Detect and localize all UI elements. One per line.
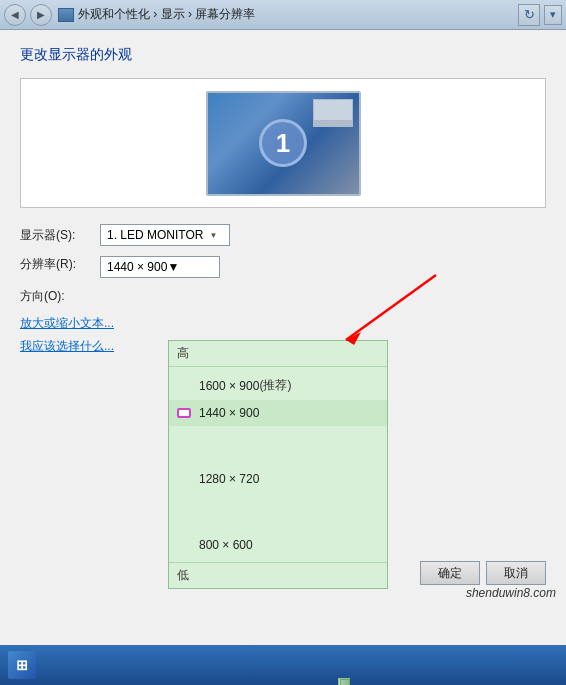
resolution-option-1440-label: 1440 × 900	[199, 406, 259, 420]
resolution-option-1600-label: 1600 × 900	[199, 379, 259, 393]
back-button[interactable]: ◀	[4, 4, 26, 26]
refresh-button[interactable]: ↻	[518, 4, 540, 26]
resolution-value: 1440 × 900	[107, 260, 167, 274]
enlarge-text-link[interactable]: 放大或缩小文本...	[20, 315, 546, 332]
start-button[interactable]: ⊞	[8, 651, 36, 679]
orientation-label: 方向(O):	[20, 288, 100, 305]
recommended-badge: (推荐)	[259, 377, 291, 394]
monitor-small-stand	[314, 121, 352, 126]
resolution-option-1280[interactable]: 1280 × 720	[169, 466, 387, 492]
title-bar: ◀ ▶ 外观和个性化 › 显示 › 屏幕分辨率 ↻ ▾	[0, 0, 566, 30]
monitor-number: 1	[259, 119, 307, 167]
display-label: 显示器(S):	[20, 227, 100, 244]
dropdown-items: 1600 × 900 (推荐) 1440 × 900 1280 × 720 80…	[169, 367, 387, 562]
red-arrow	[326, 270, 446, 353]
display-dropdown[interactable]: 1. LED MONITOR ▼	[100, 224, 230, 246]
dropdown-scrollbar-thumb[interactable]	[340, 679, 350, 685]
resolution-option-800[interactable]: 800 × 600	[169, 532, 387, 558]
ok-button[interactable]: 确定	[420, 561, 480, 585]
dropdown-scrollbar[interactable]	[338, 678, 350, 685]
display-value: 1. LED MONITOR	[107, 228, 203, 242]
nav-buttons: ◀ ▶	[4, 4, 52, 26]
resolution-dropdown[interactable]: 1440 × 900 ▼	[100, 256, 220, 278]
dropdown-spacer-1	[169, 426, 387, 466]
main-content: 更改显示器的外观 1 显示器(S): 1. LED MONITOR ▼ 分辨率(…	[0, 30, 566, 645]
resolution-option-1600[interactable]: 1600 × 900 (推荐)	[169, 371, 387, 400]
monitor-small-icon	[313, 99, 353, 127]
orientation-row: 方向(O):	[20, 288, 546, 305]
display-dropdown-arrow: ▼	[209, 231, 217, 240]
address-bar: ↻ ▾	[518, 4, 562, 26]
menu-button[interactable]: ▾	[544, 5, 562, 25]
monitor-small-screen	[314, 100, 352, 121]
breadcrumb-icon	[58, 8, 74, 22]
monitor-preview-area: 1	[20, 78, 546, 208]
taskbar: ⊞	[0, 645, 566, 685]
page-title: 更改显示器的外观	[20, 46, 546, 64]
resolution-option-1440[interactable]: 1440 × 900	[169, 400, 387, 426]
start-icon: ⊞	[16, 657, 28, 673]
dropdown-footer: 低	[169, 562, 387, 588]
selected-check-icon	[177, 408, 191, 418]
monitor-preview: 1	[203, 88, 363, 198]
svg-line-0	[346, 275, 436, 340]
dialog-buttons: 确定 取消	[420, 561, 546, 585]
resolution-dropdown-arrow: ▼	[167, 260, 179, 274]
resolution-label: 分辨率(R):	[20, 256, 100, 273]
resolution-option-800-label: 800 × 600	[199, 538, 253, 552]
dropdown-list: 高 1600 × 900 (推荐) 1440 × 900 1280 × 720 …	[168, 340, 388, 589]
forward-button[interactable]: ▶	[30, 4, 52, 26]
resolution-option-1280-label: 1280 × 720	[199, 472, 259, 486]
breadcrumb-text: 外观和个性化 › 显示 › 屏幕分辨率	[78, 6, 255, 23]
resolution-dropdown-menu: 高 1600 × 900 (推荐) 1440 × 900 1280 × 720 …	[168, 340, 388, 589]
resolution-row: 分辨率(R): 1440 × 900 ▼	[20, 256, 546, 278]
display-row: 显示器(S): 1. LED MONITOR ▼	[20, 224, 546, 246]
monitor-image: 1	[206, 91, 361, 196]
breadcrumb: 外观和个性化 › 显示 › 屏幕分辨率	[58, 6, 518, 23]
cancel-button[interactable]: 取消	[486, 561, 546, 585]
watermark: shenduwin8.com	[466, 586, 556, 600]
dropdown-spacer-2	[169, 492, 387, 532]
